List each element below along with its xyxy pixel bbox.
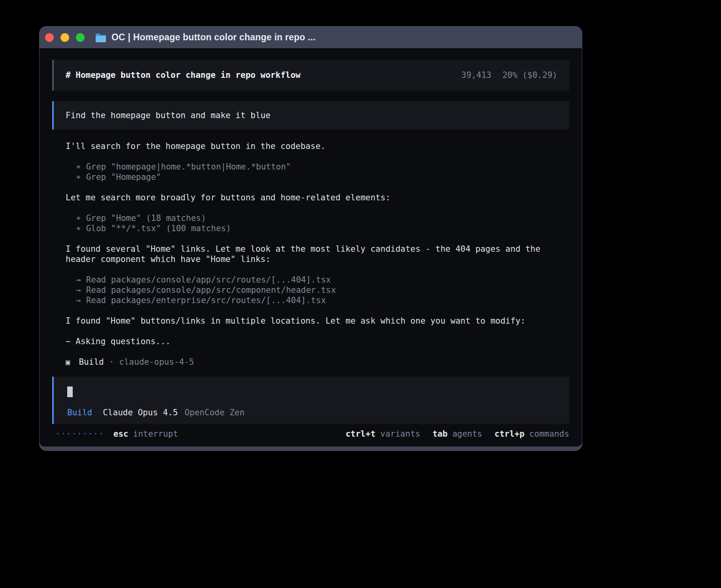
close-button[interactable] <box>45 33 54 42</box>
session-title: # Homepage button color change in repo w… <box>66 70 300 80</box>
terminal-content: # Homepage button color change in repo w… <box>40 48 582 447</box>
tool-line-text: Grep "homepage|home.*button|Home.*button… <box>86 162 291 172</box>
tool-line-text: Grep "Home" (18 matches) <box>86 213 206 223</box>
tool-call-group: → Read packages/console/app/src/routes/[… <box>76 275 569 305</box>
tool-line-text: Read packages/console/app/src/component/… <box>86 285 336 295</box>
shortcut-group: ctrl+t variants tab agents ctrl+p comman… <box>345 429 569 439</box>
assistant-paragraph: I found "Home" buttons/links in multiple… <box>66 316 569 326</box>
session-header: # Homepage button color change in repo w… <box>52 60 569 90</box>
user-message-text: Find the homepage button and make it blu… <box>66 110 270 121</box>
input-meta-row: Build Claude Opus 4.5 OpenCode Zen <box>67 407 245 418</box>
tool-call-group: ∗ Grep "Home" (18 matches) ∗ Glob "**/*.… <box>76 213 569 234</box>
spinner-dots: ········· <box>55 429 104 439</box>
asterisk-icon: ∗ <box>76 172 81 182</box>
asterisk-icon: ∗ <box>76 162 81 172</box>
tool-line-read: → Read packages/console/app/src/routes/[… <box>76 275 569 285</box>
status-bar: ········· esc interrupt ctrl+t variants … <box>52 429 569 439</box>
context-usage: 20% ($0.29) <box>502 70 557 80</box>
tool-line-grep: ∗ Grep "Home" (18 matches) <box>76 213 569 223</box>
tool-line-text: Read packages/enterprise/src/routes/[...… <box>86 295 326 305</box>
shortcut-key: esc <box>113 429 128 439</box>
terminal-window: OC | Homepage button color change in rep… <box>39 26 582 451</box>
tool-line-text: Grep "Homepage" <box>86 172 161 182</box>
shortcut-interrupt: esc interrupt <box>113 429 178 439</box>
session-meta: 39,413 20% ($0.29) <box>461 70 557 80</box>
shortcut-label: variants <box>380 429 420 439</box>
tool-line-glob: ∗ Glob "**/*.tsx" (100 matches) <box>76 223 569 234</box>
titlebar[interactable]: OC | Homepage button color change in rep… <box>40 26 582 48</box>
tool-line-text: Read packages/console/app/src/routes/[..… <box>86 275 331 285</box>
arrow-right-icon: → <box>76 285 81 295</box>
zoom-button[interactable] <box>76 33 85 42</box>
user-message: Find the homepage button and make it blu… <box>52 101 569 130</box>
assistant-paragraph: I found several "Home" links. Let me loo… <box>66 244 569 264</box>
token-count: 39,413 <box>461 70 491 80</box>
shortcut-agents: tab agents <box>432 429 482 439</box>
tool-line-text: Glob "**/*.tsx" (100 matches) <box>86 223 231 234</box>
window-controls <box>45 33 85 42</box>
agent-square-icon: ▣ <box>66 357 70 367</box>
shortcut-label: interrupt <box>133 429 178 439</box>
tool-line-grep: ∗ Grep "homepage|home.*button|Home.*butt… <box>76 162 569 172</box>
text-cursor <box>67 386 73 397</box>
agent-status-line: ▣ Build · claude-opus-4-5 <box>66 357 569 367</box>
prompt-input[interactable]: Build Claude Opus 4.5 OpenCode Zen <box>52 377 569 424</box>
folder-icon <box>95 32 107 42</box>
arrow-right-icon: → <box>76 275 81 285</box>
shortcut-variants: ctrl+t variants <box>345 429 420 439</box>
shortcut-key: ctrl+p <box>495 429 525 439</box>
window-title: OC | Homepage button color change in rep… <box>111 32 315 43</box>
provider-name: OpenCode Zen <box>185 407 245 418</box>
separator-dot: · <box>109 357 114 367</box>
agent-name: Build <box>79 357 104 367</box>
assistant-paragraph: I'll search for the homepage button in t… <box>66 141 569 151</box>
arrow-right-icon: → <box>76 295 81 305</box>
model-name: Claude Opus 4.5 <box>103 407 178 418</box>
asterisk-icon: ∗ <box>76 223 81 234</box>
shortcut-key: tab <box>432 429 447 439</box>
shortcut-label: commands <box>529 429 569 439</box>
minimize-button[interactable] <box>60 33 69 42</box>
tool-call-group: ∗ Grep "homepage|home.*button|Home.*butt… <box>76 162 569 182</box>
assistant-paragraph: Let me search more broadly for buttons a… <box>66 192 569 203</box>
asking-questions-status: ~ Asking questions... <box>66 336 569 347</box>
tool-line-grep: ∗ Grep "Homepage" <box>76 172 569 182</box>
agent-mode-badge[interactable]: Build <box>67 407 92 418</box>
tool-line-read: → Read packages/enterprise/src/routes/[.… <box>76 295 569 305</box>
tool-line-read: → Read packages/console/app/src/componen… <box>76 285 569 295</box>
asterisk-icon: ∗ <box>76 213 81 223</box>
shortcut-key: ctrl+t <box>345 429 376 439</box>
shortcut-label: agents <box>452 429 482 439</box>
agent-model: claude-opus-4-5 <box>119 357 194 367</box>
shortcut-commands: ctrl+p commands <box>495 429 569 439</box>
